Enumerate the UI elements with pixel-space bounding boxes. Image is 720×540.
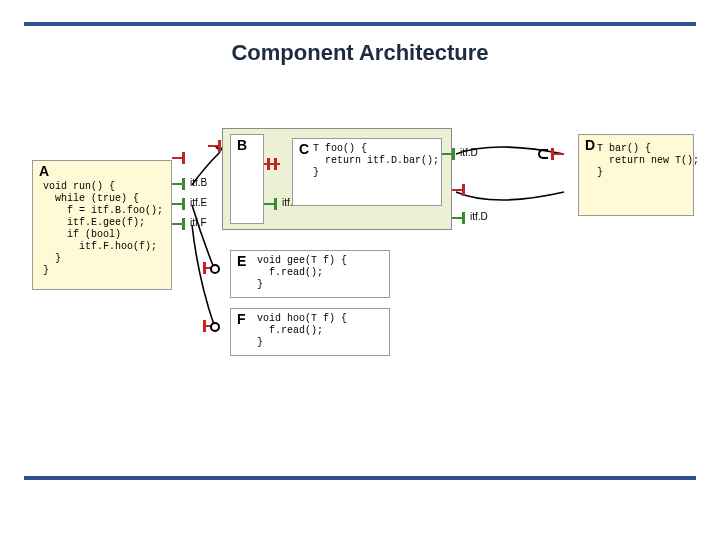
component-b-port-itf-b: itf.B (264, 198, 284, 210)
component-f-code: void hoo(T f) { f.read(); } (257, 313, 347, 349)
group-bc-port-right-red (452, 184, 472, 196)
component-f-label: F (237, 311, 246, 327)
component-c-port-itf-d: itf.D (442, 148, 462, 160)
component-c: C T foo() { return itf.D.bar(); } (292, 138, 442, 206)
diagram-stage: A void run() { while (true) { f = itf.B.… (24, 118, 696, 438)
component-a-port-itf-f: itf.F (172, 218, 192, 230)
component-c-label: C (299, 141, 309, 157)
component-a: A void run() { while (true) { f = itf.B.… (32, 160, 172, 290)
component-e-label: E (237, 253, 246, 269)
component-c-port-provided (260, 158, 280, 170)
component-a-port-provided (172, 152, 192, 164)
component-f: F void hoo(T f) { f.read(); } (230, 308, 390, 356)
component-a-label: A (39, 163, 49, 179)
component-f-lollipop (210, 322, 220, 332)
component-e-code: void gee(T f) { f.read(); } (257, 255, 347, 291)
component-b: B (230, 134, 264, 224)
component-d-label: D (585, 137, 595, 153)
component-c-code: T foo() { return itf.D.bar(); } (313, 143, 439, 179)
component-b-label: B (237, 137, 247, 153)
component-a-port-itf-e: itf.E (172, 198, 192, 210)
bottom-rule (24, 476, 696, 480)
component-d: D T bar() { return new T(); } (578, 134, 694, 216)
component-d-code: T bar() { return new T(); } (597, 143, 699, 179)
page-title: Component Architecture (0, 40, 720, 66)
group-bc-port-right-itf-d: itf.D (452, 212, 472, 224)
group-bc-port-top (208, 140, 228, 152)
top-rule (24, 22, 696, 26)
component-a-code: void run() { while (true) { f = itf.B.fo… (43, 181, 163, 277)
component-e: E void gee(T f) { f.read(); } (230, 250, 390, 298)
component-d-port-provided (544, 148, 564, 160)
component-a-port-itf-b: itf.B (172, 178, 192, 190)
component-e-lollipop (210, 264, 220, 274)
